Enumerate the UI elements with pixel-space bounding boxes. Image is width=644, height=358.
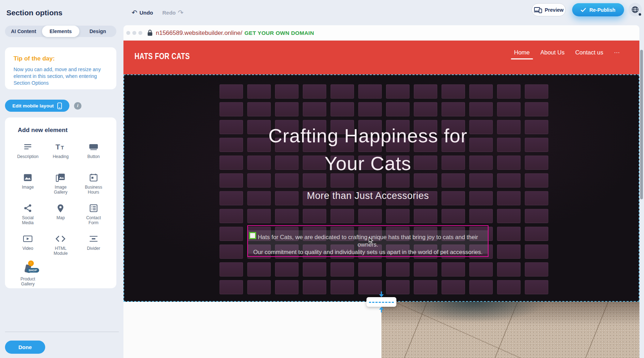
hat-frame-tile	[275, 102, 299, 116]
add-element-video[interactable]: Video	[11, 233, 44, 258]
add-element-contact-form[interactable]: Contact Form	[77, 202, 110, 228]
nav-item-aboutus[interactable]: About Us	[540, 49, 565, 59]
section-resize-handle[interactable]	[366, 297, 396, 307]
hat-frame-tile	[247, 209, 271, 223]
site-logo[interactable]: HATS FOR CATS	[134, 52, 190, 61]
hat-frame-tile	[331, 280, 354, 294]
republish-label: Re-Publish	[589, 7, 615, 13]
hat-frame-tile	[386, 209, 410, 223]
add-element-map[interactable]: Map	[44, 202, 77, 228]
globe-status-dot	[639, 13, 641, 16]
hat-frame-tile	[497, 102, 521, 116]
element-label: Heading	[53, 154, 69, 159]
hat-frames-grid	[220, 84, 548, 294]
element-drag-handle[interactable]	[249, 232, 256, 239]
info-icon[interactable]: i	[74, 102, 81, 110]
canvas-scrollbar[interactable]	[640, 50, 643, 199]
add-element-divider[interactable]: Divider	[77, 233, 110, 258]
preview-label: Preview	[545, 7, 564, 13]
contact-form-icon	[89, 202, 98, 213]
element-label: HTML Module	[49, 246, 72, 256]
hat-frame-tile	[220, 209, 243, 223]
hat-frame-tile	[303, 84, 326, 99]
product-gallery-icon: SHOP↑	[23, 263, 32, 274]
panel-tabs: AI ContentElementsDesign	[5, 26, 116, 37]
hat-frame-tile	[414, 262, 437, 277]
hat-frame-tile	[275, 209, 299, 223]
tab-ai-content[interactable]: AI Content	[5, 26, 42, 37]
floor-photo	[381, 302, 639, 358]
arrow-down-icon	[378, 291, 385, 298]
url-text[interactable]: n1566589.websitebuilder.online/	[156, 30, 242, 37]
element-label: Business Hours	[82, 185, 105, 195]
element-label: Divider	[87, 246, 100, 251]
panel-divider	[5, 332, 119, 332]
redo-button[interactable]: Redo ↷	[162, 9, 183, 16]
element-label: Description	[17, 154, 38, 159]
hat-frame-tile	[220, 102, 243, 116]
add-element-html-module[interactable]: HTML Module	[44, 233, 77, 258]
selected-text-element[interactable]: Hats for Cats, we are dedicated to craft…	[247, 225, 489, 257]
browser-dot	[132, 31, 136, 35]
hat-frame-tile	[469, 262, 493, 277]
element-label: Social Media	[16, 215, 39, 225]
hat-frame-tile	[358, 262, 382, 277]
republish-button[interactable]: Re-Publish	[572, 3, 624, 16]
hero-section[interactable]: Crafting Happiness for Your Cats More th…	[123, 74, 639, 302]
phone-icon	[57, 102, 62, 109]
add-element-image[interactable]: Image	[11, 172, 44, 197]
undo-label: Undo	[139, 10, 153, 16]
arrow-up-icon	[378, 306, 385, 313]
nav-item-home[interactable]: Home	[514, 49, 530, 59]
globe-icon	[631, 6, 639, 14]
tip-heading: Tip of the day:	[14, 55, 108, 62]
hat-frame-tile	[386, 84, 410, 99]
hat-frame-tile	[525, 262, 548, 277]
get-domain-link[interactable]: GET YOUR OWN DOMAIN	[244, 30, 314, 36]
add-element-heading[interactable]: TTHeading	[44, 141, 77, 167]
site-header[interactable]: HATS FOR CATS HomeAbout UsContact us···	[123, 41, 639, 74]
hero-paragraph-line2: Our commitment to quality and individual…	[248, 248, 488, 256]
add-element-social-media[interactable]: Social Media	[11, 202, 44, 228]
undo-button[interactable]: ↶ Undo	[132, 9, 153, 16]
hat-frame-tile	[497, 209, 521, 223]
hat-frame-tile	[303, 102, 326, 116]
add-element-product-gallery[interactable]: SHOP↑Product Gallery	[11, 263, 44, 289]
hat-frame-tile	[220, 280, 243, 294]
language-globe-button[interactable]	[628, 3, 642, 16]
add-element-button[interactable]: Button	[77, 141, 110, 167]
nav-more-menu[interactable]: ···	[614, 49, 620, 59]
hat-frame-tile	[247, 280, 271, 294]
social-media-icon	[23, 202, 32, 213]
hat-frame-tile	[442, 102, 465, 116]
add-element-description[interactable]: Description	[11, 141, 44, 167]
edit-mobile-layout-button[interactable]: Edit mobile layout	[5, 100, 69, 112]
hero-heading[interactable]: Crafting Happiness for Your Cats	[123, 122, 612, 177]
add-element-business-hours[interactable]: Business Hours	[77, 172, 110, 197]
hat-frame-tile	[220, 227, 243, 241]
hero-paragraph[interactable]: Hats for Cats, we are dedicated to craft…	[248, 226, 488, 256]
hat-frame-tile	[303, 262, 326, 277]
done-button[interactable]: Done	[5, 341, 45, 354]
hat-frame-tile	[358, 84, 382, 99]
svg-text:T: T	[61, 145, 64, 151]
hero-paragraph-line1: Hats for Cats, we are dedicated to craft…	[248, 233, 488, 248]
add-element-image-gallery[interactable]: Image Gallery	[44, 172, 77, 197]
redo-label: Redo	[162, 10, 176, 16]
element-grid: DescriptionTTHeadingButtonImageImage Gal…	[11, 141, 110, 289]
hero-subheading[interactable]: More than Just Accessories	[123, 190, 612, 201]
element-label: Contact Form	[82, 215, 105, 225]
hat-frame-tile	[303, 209, 326, 223]
hat-frame-tile	[386, 102, 410, 116]
element-label: Image	[22, 185, 33, 190]
hat-frame-tile	[469, 280, 493, 294]
site-preview-frame: n1566589.websitebuilder.online/ GET YOUR…	[123, 25, 639, 358]
tab-elements[interactable]: Elements	[42, 26, 79, 37]
element-label: Image Gallery	[49, 185, 72, 195]
hero-heading-line2: Your Cats	[123, 149, 612, 177]
hat-frame-tile	[275, 262, 299, 277]
tab-design[interactable]: Design	[79, 26, 116, 37]
hat-frame-tile	[497, 84, 521, 99]
preview-button[interactable]: Preview	[532, 3, 566, 16]
nav-item-contactus[interactable]: Contact us	[575, 49, 603, 59]
